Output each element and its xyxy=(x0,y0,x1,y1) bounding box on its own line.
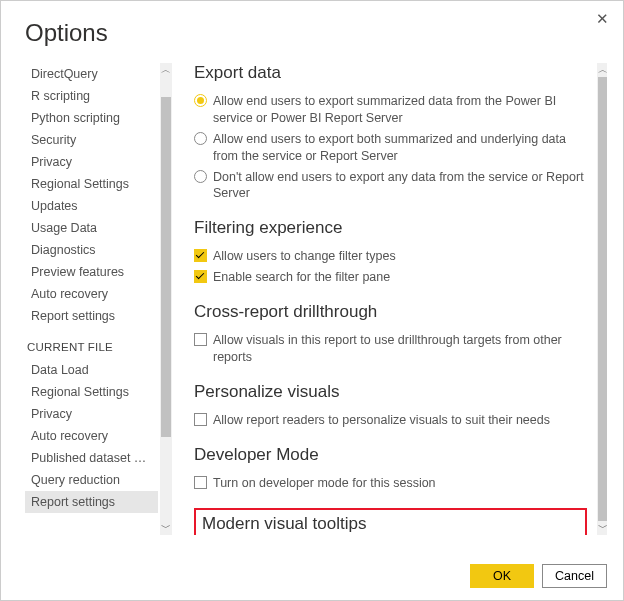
sidebar-list-global: DirectQuery R scripting Python scripting… xyxy=(25,63,158,327)
dialog-buttons: OK Cancel xyxy=(470,564,607,588)
section-title: Modern visual tooltips xyxy=(202,514,579,534)
checkbox-change-filter-types[interactable]: Allow users to change filter types xyxy=(194,246,587,267)
options-dialog: ✕ Options DirectQuery R scripting Python… xyxy=(0,0,624,601)
content-scrollbar[interactable]: ︿ ﹀ xyxy=(597,63,607,535)
sidebar-list-current-file: Data Load Regional Settings Privacy Auto… xyxy=(25,359,158,513)
sidebar-item-preview-features[interactable]: Preview features xyxy=(25,261,158,283)
sidebar-item-query-reduction[interactable]: Query reduction xyxy=(25,469,158,491)
sidebar-item-updates[interactable]: Updates xyxy=(25,195,158,217)
sidebar: DirectQuery R scripting Python scripting… xyxy=(17,63,172,535)
dialog-body: DirectQuery R scripting Python scripting… xyxy=(17,63,607,535)
checkbox-icon xyxy=(194,413,207,426)
checkbox-icon xyxy=(194,249,207,262)
sidebar-item-directquery[interactable]: DirectQuery xyxy=(25,63,158,85)
section-modern-visual-tooltips: Modern visual tooltips Use modern visual… xyxy=(194,508,587,536)
section-title: Cross-report drillthrough xyxy=(194,302,587,322)
section-developer-mode: Developer Mode Turn on developer mode fo… xyxy=(194,445,587,494)
checkbox-label: Allow report readers to personalize visu… xyxy=(213,412,587,429)
checkbox-personalize-visuals[interactable]: Allow report readers to personalize visu… xyxy=(194,410,587,431)
dialog-title: Options xyxy=(25,19,607,47)
radio-label: Don't allow end users to export any data… xyxy=(213,169,587,203)
sidebar-item-security[interactable]: Security xyxy=(25,129,158,151)
sidebar-item-report-settings[interactable]: Report settings xyxy=(25,491,158,513)
section-title: Export data xyxy=(194,63,587,83)
checkbox-icon xyxy=(194,270,207,283)
content-scrollbar-thumb[interactable] xyxy=(598,77,607,521)
section-title: Filtering experience xyxy=(194,218,587,238)
checkbox-allow-drillthrough[interactable]: Allow visuals in this report to use dril… xyxy=(194,330,587,368)
chevron-up-icon[interactable]: ︿ xyxy=(597,63,607,77)
sidebar-item-regional-settings[interactable]: Regional Settings xyxy=(25,173,158,195)
sidebar-scrollbar-track[interactable] xyxy=(160,77,172,521)
chevron-up-icon[interactable]: ︿ xyxy=(160,63,172,77)
content-scrollbar-track[interactable] xyxy=(597,77,607,521)
checkbox-label: Turn on developer mode for this session xyxy=(213,475,587,492)
checkbox-search-filter-pane[interactable]: Enable search for the filter pane xyxy=(194,267,587,288)
sidebar-item-published-dataset-settings[interactable]: Published dataset set… xyxy=(25,447,158,469)
checkbox-label: Enable search for the filter pane xyxy=(213,269,587,286)
radio-export-none[interactable]: Don't allow end users to export any data… xyxy=(194,167,587,205)
chevron-down-icon[interactable]: ﹀ xyxy=(160,521,172,535)
checkbox-developer-mode[interactable]: Turn on developer mode for this session xyxy=(194,473,587,494)
sidebar-scrollbar-thumb[interactable] xyxy=(161,97,171,437)
content-pane: Export data Allow end users to export su… xyxy=(172,63,607,535)
sidebar-item-auto-recovery[interactable]: Auto recovery xyxy=(25,283,158,305)
sidebar-item-usage-data[interactable]: Usage Data xyxy=(25,217,158,239)
sidebar-item-r-scripting[interactable]: R scripting xyxy=(25,85,158,107)
sidebar-item-auto-recovery-file[interactable]: Auto recovery xyxy=(25,425,158,447)
sidebar-group-current-file: CURRENT FILE xyxy=(27,341,158,353)
radio-export-summarized[interactable]: Allow end users to export summarized dat… xyxy=(194,91,587,129)
sidebar-item-diagnostics[interactable]: Diagnostics xyxy=(25,239,158,261)
sidebar-item-data-load[interactable]: Data Load xyxy=(25,359,158,381)
sidebar-scrollbar[interactable]: ︿ ﹀ xyxy=(160,63,172,535)
radio-label: Allow end users to export both summarize… xyxy=(213,131,587,165)
radio-icon xyxy=(194,94,207,107)
ok-button[interactable]: OK xyxy=(470,564,534,588)
radio-export-both[interactable]: Allow end users to export both summarize… xyxy=(194,129,587,167)
sidebar-scroll: DirectQuery R scripting Python scripting… xyxy=(25,63,172,535)
checkbox-label: Allow users to change filter types xyxy=(213,248,587,265)
sidebar-item-regional-settings-file[interactable]: Regional Settings xyxy=(25,381,158,403)
radio-label: Allow end users to export summarized dat… xyxy=(213,93,587,127)
sidebar-item-privacy-file[interactable]: Privacy xyxy=(25,403,158,425)
checkbox-icon xyxy=(194,333,207,346)
section-cross-report-drillthrough: Cross-report drillthrough Allow visuals … xyxy=(194,302,587,368)
section-personalize-visuals: Personalize visuals Allow report readers… xyxy=(194,382,587,431)
close-icon[interactable]: ✕ xyxy=(596,11,609,26)
radio-icon xyxy=(194,132,207,145)
radio-icon xyxy=(194,170,207,183)
content-scroll: Export data Allow end users to export su… xyxy=(194,63,593,535)
section-filtering-experience: Filtering experience Allow users to chan… xyxy=(194,218,587,288)
sidebar-item-privacy[interactable]: Privacy xyxy=(25,151,158,173)
section-title: Personalize visuals xyxy=(194,382,587,402)
sidebar-item-python-scripting[interactable]: Python scripting xyxy=(25,107,158,129)
sidebar-item-report-settings-global[interactable]: Report settings xyxy=(25,305,158,327)
checkbox-label: Allow visuals in this report to use dril… xyxy=(213,332,587,366)
cancel-button[interactable]: Cancel xyxy=(542,564,607,588)
chevron-down-icon[interactable]: ﹀ xyxy=(597,521,607,535)
section-title: Developer Mode xyxy=(194,445,587,465)
checkbox-icon xyxy=(194,476,207,489)
section-export-data: Export data Allow end users to export su… xyxy=(194,63,587,204)
